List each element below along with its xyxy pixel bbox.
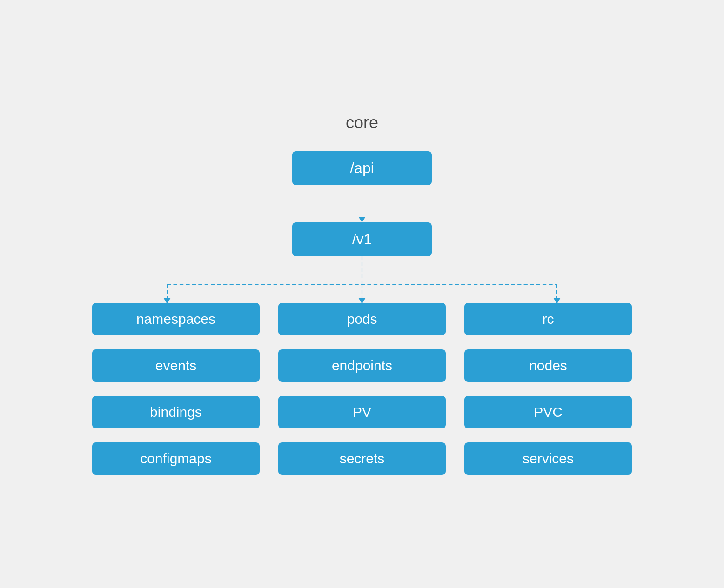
- child-endpoints: endpoints: [278, 349, 446, 382]
- arrow-1: [359, 217, 365, 222]
- v1-node: /v1: [292, 222, 432, 256]
- child-pvc: PVC: [464, 396, 632, 428]
- child-services: services: [464, 442, 632, 475]
- api-to-v1-connector: [359, 185, 365, 222]
- svg-marker-7: [554, 298, 560, 303]
- branch-svg: [83, 256, 641, 303]
- child-pods: pods: [278, 303, 446, 335]
- branch-connector: [83, 256, 641, 303]
- svg-marker-5: [164, 298, 170, 303]
- child-secrets: secrets: [278, 442, 446, 475]
- child-events: events: [92, 349, 260, 382]
- child-configmaps: configmaps: [92, 442, 260, 475]
- child-rc: rc: [464, 303, 632, 335]
- api-node: /api: [292, 151, 432, 185]
- child-pv: PV: [278, 396, 446, 428]
- svg-marker-6: [359, 298, 365, 303]
- children-grid: namespaces pods rc events endpoints node…: [83, 303, 641, 475]
- child-namespaces: namespaces: [92, 303, 260, 335]
- diagram-container: core /api /v1 namespaces: [83, 94, 641, 494]
- child-bindings: bindings: [92, 396, 260, 428]
- child-nodes: nodes: [464, 349, 632, 382]
- diagram-title: core: [346, 113, 378, 133]
- dashed-line-1: [362, 185, 362, 218]
